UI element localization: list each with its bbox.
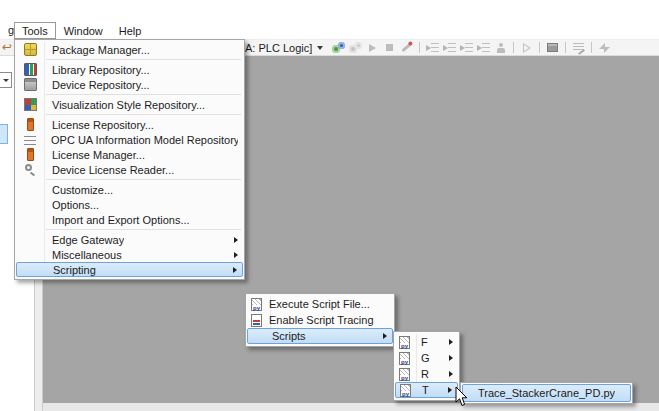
menubar-item-window[interactable]: Window [56,22,111,39]
submenu-arrow-icon [449,355,453,361]
menubar-item-partial[interactable]: g [0,21,14,39]
menu-item-label: Import and Export Options... [52,214,190,226]
play-icon [369,44,376,52]
menu-item-scripts[interactable]: Scripts [247,328,393,344]
menubar-item-tools[interactable]: Tools [14,22,56,39]
set-next-statement-button[interactable] [518,40,535,55]
step-out-button[interactable] [458,40,475,55]
toolbar-separator [539,42,540,53]
force-values-button[interactable] [570,40,587,55]
menu-item-t[interactable]: T [395,382,458,398]
books-icon [24,63,37,76]
force-values-icon [573,43,584,52]
breakpoint-wrench-icon [402,43,412,52]
panel-dropdown-button[interactable] [0,72,12,88]
flow-control-button[interactable] [544,40,561,55]
menu-item-label: Edge Gateway [52,234,124,246]
menu-item-execute-script-file[interactable]: Execute Script File... [247,296,393,312]
play-button[interactable] [364,40,381,55]
active-application-combo[interactable]: A: PLC Logic] [245,42,330,54]
menu-item-label: Scripting [53,264,96,276]
run-to-cursor-button[interactable] [492,40,509,55]
step-over-icon [426,43,439,52]
step-out-icon [460,43,473,52]
menu-bar: g Tools Window Help [0,21,659,39]
menu-item-label: T [422,384,442,396]
menu-item-label: Enable Script Tracing [269,314,374,326]
gears-gray-button[interactable] [347,40,364,55]
scripts-submenu: FGRT [393,331,460,401]
chevron-down-icon [3,79,9,82]
step-next-button[interactable] [475,40,492,55]
menu-item-label: Visualization Style Repository... [52,99,205,111]
gears-green-icon [332,42,345,54]
toolbar-icon-strip [330,40,613,55]
t-submenu: Trace_StackerCrane_PD.py [460,382,633,404]
menu-item-label: OPC UA Information Model Repository... [51,134,238,146]
gears-green-button[interactable] [330,40,347,55]
tracing-icon [251,314,262,327]
menu-item-label: Options... [52,199,99,211]
menu-item-library-repository[interactable]: Library Repository... [16,62,243,77]
menu-item-trace-stackercrane-pd-py[interactable]: Trace_StackerCrane_PD.py [462,384,631,402]
menu-item-enable-script-tracing[interactable]: Enable Script Tracing [247,312,393,328]
visustyle-icon [24,98,37,111]
menu-item-r[interactable]: R [395,366,458,382]
tree-selection-partial[interactable] [0,124,8,144]
menu-item-label: Device Repository... [52,79,150,91]
menu-item-g[interactable]: G [395,350,458,366]
menu-item-label: Execute Script File... [269,298,370,310]
menu-item-customize[interactable]: Customize... [16,182,243,197]
menu-item-license-manager[interactable]: License Manager... [16,147,243,162]
py-icon [399,368,410,381]
flow-control-icon [547,43,558,52]
submenu-arrow-icon [449,339,453,345]
menu-item-edge-gateway[interactable]: Edge Gateway [16,232,243,247]
breakpoint-wrench-button[interactable] [398,40,415,55]
submenu-arrow-icon [448,387,452,393]
submenu-arrow-icon [234,237,238,243]
menu-item-label: Trace_StackerCrane_PD.py [478,387,615,399]
menu-item-device-license-reader[interactable]: Device License Reader... [16,162,243,177]
submenu-arrow-icon [233,267,237,273]
scripting-submenu: Execute Script File...Enable Script Trac… [245,293,395,347]
menu-item-label: Scripts [272,330,306,342]
menu-item-label: Device License Reader... [52,164,174,176]
stop-button[interactable] [381,40,398,55]
undo-arrow-icon[interactable]: ↩ [2,41,12,54]
py-icon [251,298,262,311]
toolbar-separator [565,42,566,53]
step-over-button[interactable] [424,40,441,55]
write-values-button[interactable] [596,40,613,55]
step-into-icon [443,43,456,52]
opc-icon [24,136,36,146]
menu-item-label: Customize... [52,184,113,196]
menu-item-miscellaneous[interactable]: Miscellaneous [16,247,243,262]
gears-gray-icon [349,42,362,54]
write-values-icon [599,43,610,53]
menubar-item-help[interactable]: Help [111,22,150,39]
workspace-bottom-strip [43,403,659,411]
dongle-icon [24,118,37,131]
submenu-arrow-icon [234,252,238,258]
reader-icon [24,163,37,176]
menu-item-f[interactable]: F [395,334,458,350]
step-into-button[interactable] [441,40,458,55]
menu-item-opc-ua-information-model-repository[interactable]: OPC UA Information Model Repository... [16,132,243,147]
menu-item-options[interactable]: Options... [16,197,243,212]
menu-item-label: Package Manager... [52,44,150,56]
menu-separator [46,114,241,115]
menu-separator [46,179,241,180]
run-to-cursor-icon [497,43,505,53]
menu-item-license-repository[interactable]: License Repository... [16,117,243,132]
menu-item-package-manager[interactable]: Package Manager... [16,42,243,57]
toolbar-separator [591,42,592,53]
step-next-icon [477,43,490,52]
menu-item-device-repository[interactable]: Device Repository... [16,77,243,92]
menu-item-visualization-style-repository[interactable]: Visualization Style Repository... [16,97,243,112]
dongle-icon [24,148,37,161]
menu-item-label: F [421,336,441,348]
menu-item-scripting[interactable]: Scripting [16,262,243,277]
stop-icon [386,44,393,51]
menu-item-import-and-export-options[interactable]: Import and Export Options... [16,212,243,227]
